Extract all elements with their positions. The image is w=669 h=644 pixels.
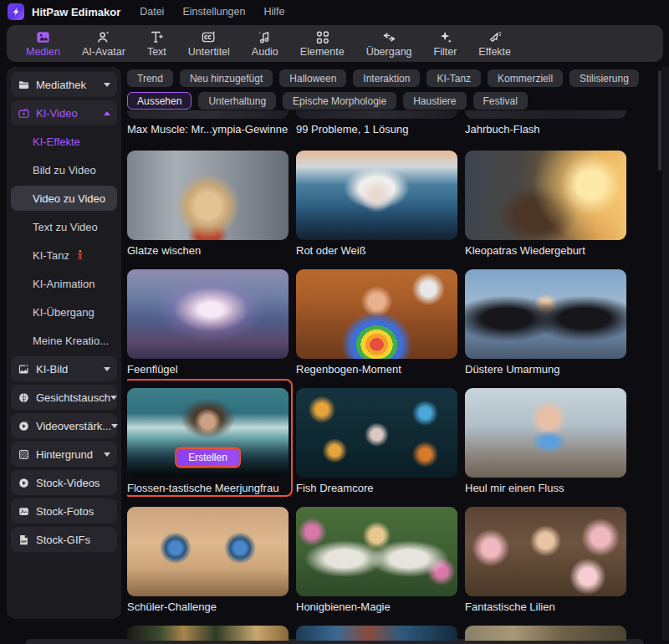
sidebar-item-text-zu-video[interactable]: Text zu Video (11, 214, 117, 239)
template-card[interactable]: Fantastische Lilien (465, 507, 626, 613)
toolbar-item-label: Untertitel (188, 47, 230, 58)
template-card[interactable]: ErstellenFlossen-tastische Meerjungfrau (127, 388, 289, 494)
toolbar-item-text[interactable]: Text (136, 29, 177, 58)
template-card[interactable]: Heul mir einen Fluss (465, 388, 626, 494)
template-card[interactable]: Kleopatras Wiedergeburt (465, 151, 626, 257)
menu-item-datei[interactable]: Datei (130, 3, 173, 21)
template-card[interactable]: Regenbogen-Moment (296, 269, 457, 376)
sidebar-item-stock-videos[interactable]: Stock-Videos (11, 470, 117, 495)
template-card-partial[interactable] (296, 626, 457, 641)
template-card[interactable]: Feenflügel (127, 269, 289, 376)
enhance-icon (18, 420, 30, 432)
sidebar-item-mediathek[interactable]: Mediathek (11, 72, 117, 97)
template-thumbnail (127, 626, 289, 641)
app-title: HitPaw Edimakor (32, 6, 120, 18)
sidebar-item-gesichtstausch[interactable]: Gesichtstausch (11, 385, 117, 410)
toolbar-item-elements[interactable]: Elemente (289, 29, 355, 58)
template-title: Fish Dreamcore (296, 482, 457, 494)
sidebar-item-ki-video[interactable]: KI-Video (11, 100, 117, 125)
toolbar-item-media[interactable]: Medien (15, 29, 71, 58)
toolbar-item-subtitle[interactable]: Untertitel (177, 29, 241, 58)
sidebar-item-ki-effekte[interactable]: KI-Effekte (11, 129, 117, 154)
chevron-down-icon (104, 452, 110, 457)
toolbar-item-transition[interactable]: Übergang (355, 29, 423, 58)
effects-icon (487, 29, 503, 45)
template-title: Kleopatras Wiedergeburt (465, 244, 626, 257)
menubar: DateiEinstellungenHilfe (130, 3, 294, 21)
template-title: Max Muscle: Mr...ympia-Gewinner (127, 123, 289, 135)
menu-item-hilfe[interactable]: Hilfe (254, 3, 294, 21)
template-title: Düstere Umarmung (465, 363, 626, 376)
sidebar-item-ki-animation[interactable]: KI-Animation (11, 271, 117, 296)
create-button[interactable]: Erstellen (176, 449, 239, 466)
template-card[interactable]: Düstere Umarmung (465, 269, 626, 376)
sidebar-item-label: KI-Animation (33, 278, 94, 290)
template-thumbnail (296, 626, 457, 641)
main-toolbar: MedienAI-AvatarTextUntertitelAudioElemen… (7, 25, 663, 62)
menu-item-einstellungen[interactable]: Einstellungen (173, 3, 254, 21)
sidebar-item-label: Meine Kreatio... (33, 335, 109, 347)
toolbar-item-label: Medien (26, 47, 60, 58)
template-title: Fantastische Lilien (465, 601, 626, 613)
template-card[interactable]: Honigbienen-Magie (296, 507, 457, 613)
image-plus-icon (18, 363, 30, 376)
template-card-partial[interactable] (127, 626, 289, 641)
elements-icon (314, 29, 330, 45)
sidebar: MediathekKI-VideoKI-EffekteBild zu Video… (7, 67, 121, 619)
toolbar-item-ai-avatar[interactable]: AI-Avatar (71, 29, 136, 58)
template-card-partial[interactable]: Jahrbuch-Flash (465, 110, 626, 135)
scrollbar-track[interactable] (662, 67, 669, 641)
dancer-icon (74, 249, 85, 261)
sidebar-item-label: Stock-Videos (36, 477, 100, 489)
sidebar-item-label: KI-Video (36, 107, 78, 120)
transition-icon (381, 29, 397, 45)
sidebar-item-ki-bild[interactable]: KI-Bild (11, 356, 117, 381)
play-circle-icon (18, 477, 30, 489)
template-thumbnail (465, 269, 626, 359)
toolbar-item-filter[interactable]: Filter (423, 29, 468, 58)
template-card[interactable]: Schüler-Challenge (127, 507, 289, 613)
template-card-partial[interactable]: 99 Probleme, 1 Lösung (296, 110, 457, 135)
toolbar-item-label: Effekte (478, 47, 511, 58)
toolbar-item-effects[interactable]: Effekte (467, 29, 522, 58)
audio-icon (257, 29, 273, 45)
toolbar-item-label: AI-Avatar (82, 47, 125, 58)
template-card-partial[interactable]: Max Muscle: Mr...ympia-Gewinner (127, 110, 289, 135)
toolbar-item-label: Audio (252, 47, 278, 58)
sidebar-item-bild-zu-video[interactable]: Bild zu Video (11, 157, 117, 182)
app-logo-icon (8, 3, 24, 20)
template-thumbnail (127, 507, 289, 596)
sidebar-item-label: Mediathek (36, 79, 86, 91)
sidebar-item-stock-gifs[interactable]: GIFStock-GIFs (11, 527, 117, 552)
sidebar-item-ki-übergang[interactable]: KI-Übergang (11, 299, 117, 325)
template-title: Regenbogen-Moment (296, 363, 457, 376)
sidebar-item-ki-tanz[interactable]: KI-Tanz (11, 243, 117, 268)
template-grid: Max Muscle: Mr...ympia-Gewinner99 Proble… (127, 67, 657, 641)
sidebar-item-label: Gesichtstausch (36, 391, 110, 404)
template-title: 99 Probleme, 1 Lösung (296, 123, 457, 135)
sidebar-item-video-zu-video[interactable]: Video zu Video (11, 186, 117, 211)
sidebar-item-label: Text zu Video (33, 221, 98, 233)
template-card[interactable]: Rot oder Weiß (296, 151, 457, 257)
chevron-down-icon (104, 367, 110, 371)
template-card[interactable]: Fish Dreamcore (296, 388, 457, 494)
template-thumbnail (296, 507, 457, 596)
svg-text:GIF: GIF (21, 539, 27, 544)
sidebar-item-meine-kreatio-[interactable]: Meine Kreatio... (11, 328, 117, 353)
chevron-down-icon (110, 396, 117, 400)
folder-icon (18, 79, 30, 91)
template-thumbnail: Erstellen (127, 388, 289, 478)
sidebar-item-hintergrund[interactable]: Hintergrund (11, 442, 117, 467)
toolbar-item-audio[interactable]: Audio (241, 29, 289, 58)
sidebar-item-label: Stock-Fotos (36, 505, 94, 518)
sidebar-item-stock-fotos[interactable]: Stock-Fotos (11, 498, 117, 524)
scrollbar-thumb[interactable] (658, 70, 661, 171)
background-icon (18, 448, 30, 461)
media-icon (35, 29, 51, 45)
template-thumbnail (296, 151, 457, 240)
template-card[interactable]: Glatze wischen (127, 151, 289, 257)
sidebar-item-videoverstärk-[interactable]: Videoverstärk... (11, 413, 117, 438)
template-card-partial[interactable] (465, 626, 626, 641)
sidebar-item-label: KI-Bild (36, 363, 68, 376)
template-thumbnail (465, 626, 626, 641)
